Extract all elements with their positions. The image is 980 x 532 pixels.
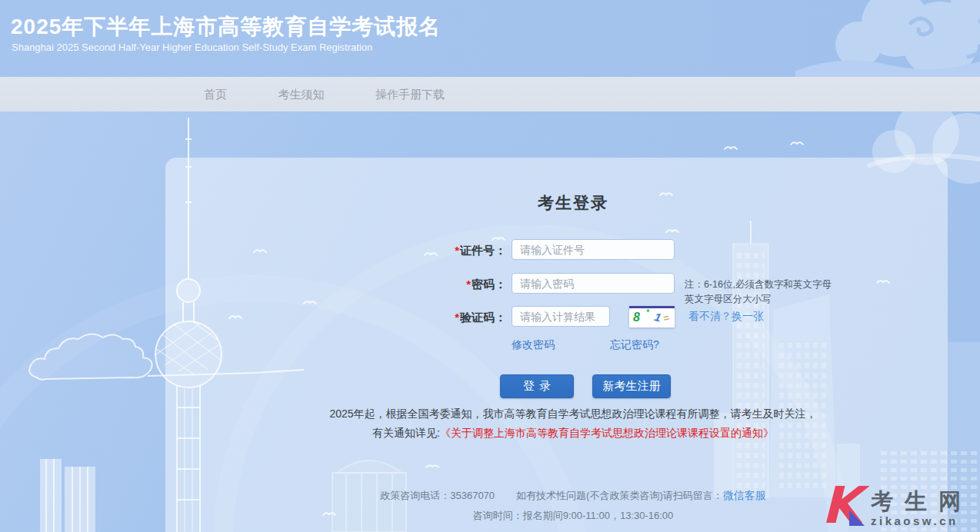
notice-prefix: 有关通知详见: [372, 427, 440, 439]
policy-notice-line2: 有关通知详见:《关于调整上海市高等教育自学考试思想政治理论课课程设置的通知》 [165, 427, 980, 441]
new-candidate-register-button[interactable]: 新考生注册 [592, 374, 671, 398]
captcha-operand1: 8 [633, 311, 640, 324]
policy-notice-link[interactable]: 《关于调整上海市高等教育自学考试思想政治理论课课程设置的通知》 [440, 427, 774, 439]
captcha-image[interactable]: 8 * 1 = [629, 306, 675, 328]
refresh-captcha-link[interactable]: 看不清？换一张 [688, 310, 764, 324]
logo-letter-k: K [825, 480, 869, 527]
password-label: *密码： [398, 278, 506, 292]
captcha-input[interactable] [512, 306, 610, 327]
id-number-input[interactable] [512, 239, 675, 260]
required-asterisk: * [455, 311, 459, 324]
password-rule-note: 注：6-16位,必须含数字和英文字母 英文字母区分大小写 [685, 278, 854, 307]
change-password-link[interactable]: 修改密码 [512, 338, 555, 352]
wechat-support-link[interactable]: 微信客服 [723, 489, 766, 501]
captcha-label: *验证码： [398, 311, 506, 325]
login-section: 考生登录 *证件号： *密码： 注：6-16位,必须含数字和英文字母 英文字母区… [0, 0, 980, 532]
captcha-operator: * [646, 308, 649, 317]
password-input[interactable] [512, 273, 675, 294]
login-button[interactable]: 登录 [500, 374, 574, 398]
tech-support-note: 如有技术性问题(不含政策类咨询)请扫码留言： [516, 490, 723, 501]
policy-notice-line1: 2025年起，根据全国考委通知，我市高等教育自学考试思想政治理论课程有所调整，请… [165, 407, 980, 421]
watermark-site-domain: zikaosw.cn [871, 514, 958, 527]
login-title: 考生登录 [265, 192, 881, 214]
id-number-label: *证件号： [398, 244, 506, 258]
forgot-password-link[interactable]: 忘记密码? [610, 338, 659, 352]
zikaosw-logo-icon: K [825, 480, 869, 527]
required-asterisk: * [466, 278, 471, 291]
required-asterisk: * [455, 244, 459, 257]
policy-phone: 政策咨询电话：35367070 [380, 490, 495, 501]
exam-registration-page: 2025年下半年上海市高等教育自学考试报名 Shanghai 2025 Seco… [0, 0, 980, 532]
zikaosw-watermark: K 考生网 zikaosw.cn [825, 480, 972, 527]
captcha-equals-sign: = [662, 311, 671, 324]
watermark-site-name: 考生网 [871, 490, 972, 513]
